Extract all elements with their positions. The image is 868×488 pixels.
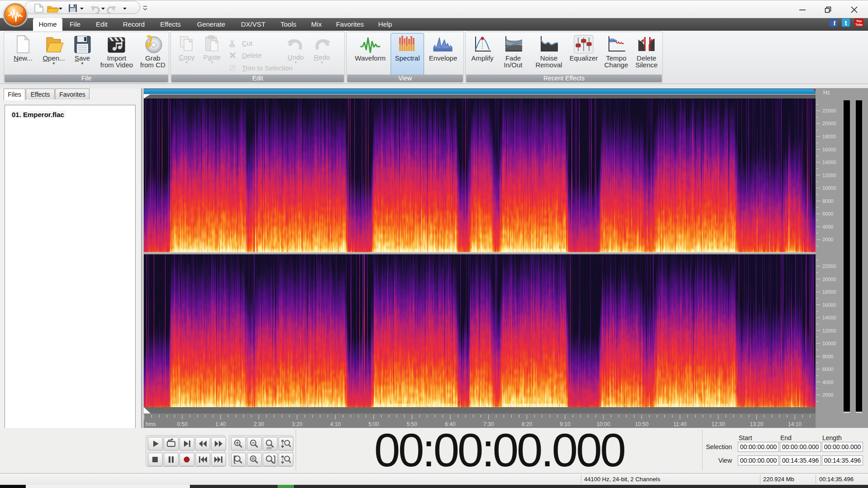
svg-text:2000: 2000 [822,392,833,398]
svg-text:0:50: 0:50 [177,421,188,427]
svg-text:100: 100 [266,446,272,450]
svg-text:12:30: 12:30 [712,421,725,427]
svg-text:hms: hms [146,421,156,427]
svg-text:14:10: 14:10 [788,421,802,427]
svg-text:3:20: 3:20 [292,421,303,427]
svg-text:10000: 10000 [822,185,836,191]
svg-text:18000: 18000 [822,289,836,295]
svg-text:t: t [845,19,847,27]
svg-text:16000: 16000 [822,147,836,152]
svg-text:13:20: 13:20 [750,421,763,427]
svg-text:2000: 2000 [822,237,833,242]
svg-text:20000: 20000 [822,121,836,126]
svg-text:8000: 8000 [822,198,833,204]
svg-text:22000: 22000 [822,108,836,113]
svg-text:1:40: 1:40 [215,421,226,427]
svg-text:4000: 4000 [822,380,833,385]
svg-text:8000: 8000 [822,354,833,359]
svg-text:4000: 4000 [822,224,833,230]
svg-text:11:40: 11:40 [674,421,687,427]
svg-text:4:10: 4:10 [330,421,341,427]
svg-text:You: You [856,19,862,23]
svg-text:12000: 12000 [822,328,836,333]
svg-text:6000: 6000 [822,366,833,372]
svg-text:14000: 14000 [822,160,836,165]
svg-text:14000: 14000 [822,315,836,320]
svg-text:10:50: 10:50 [635,421,648,427]
svg-text:22000: 22000 [822,263,836,269]
svg-text:Tube: Tube [855,23,863,26]
svg-text:12000: 12000 [822,173,836,178]
svg-text:10000: 10000 [822,341,836,346]
svg-text:2:30: 2:30 [254,421,264,427]
svg-text:20000: 20000 [822,277,836,282]
svg-text:18000: 18000 [822,134,836,139]
svg-text:6000: 6000 [822,211,833,216]
svg-text:16000: 16000 [822,302,836,308]
